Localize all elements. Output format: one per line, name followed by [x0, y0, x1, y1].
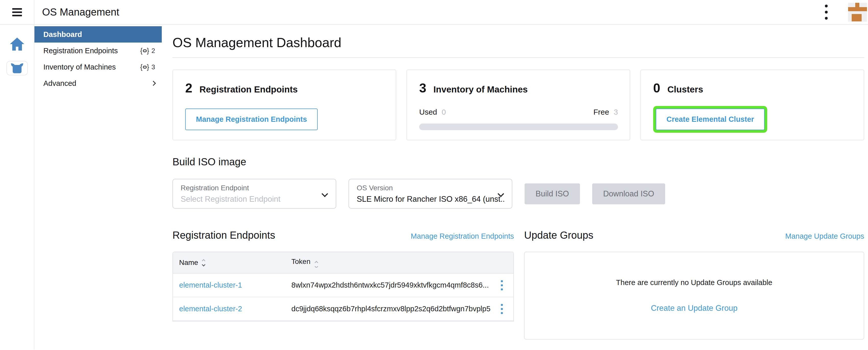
update-groups-panel: There are currently no Update Groups ava…	[524, 252, 864, 340]
card-count: 3	[419, 81, 426, 96]
build-iso-section: Build ISO image Registration Endpoint Se…	[173, 156, 864, 209]
elemental-bull-icon	[10, 63, 24, 74]
divider	[173, 57, 864, 58]
sidebar-item-registration-endpoints[interactable]: Registration Endpoints 2	[34, 42, 162, 59]
used-label: Used	[419, 108, 437, 116]
endpoint-token: dc9jjdq68ksqqz6b7rhpl4sfcrzmxv8lpp2s2q6d…	[291, 305, 490, 313]
column-header-name: Name	[179, 258, 198, 267]
top-bar: OS Management	[0, 0, 868, 25]
main-content: OS Management Dashboard 2 Registration E…	[162, 25, 868, 349]
column-header-token: Token	[291, 257, 311, 266]
card-title: Registration Endpoints	[199, 84, 298, 95]
registration-endpoint-select[interactable]: Registration Endpoint Select Registratio…	[173, 179, 336, 209]
usage-progress-bar	[419, 124, 618, 130]
chevron-right-icon	[151, 81, 156, 86]
build-iso-title: Build ISO image	[173, 156, 864, 168]
sidebar-item-label: Inventory of Machines	[43, 63, 116, 71]
os-version-select[interactable]: OS Version SLE Micro for Rancher ISO x86…	[348, 179, 512, 209]
app-title: OS Management	[42, 6, 119, 18]
update-groups-empty-text: There are currently no Update Groups ava…	[616, 278, 772, 287]
sidebar-item-label: Advanced	[43, 79, 76, 88]
registration-endpoints-section: Registration Endpoints Manage Registrati…	[173, 230, 514, 340]
free-label: Free	[593, 108, 609, 116]
update-groups-section: Update Groups Manage Update Groups There…	[524, 230, 864, 340]
brand-logo[interactable]	[848, 3, 867, 22]
endpoint-token: 8wlxn74wpx2hdsth6ntwxkc57jdr5949xktvfkgc…	[291, 281, 490, 289]
card-count: 0	[653, 81, 660, 96]
endpoint-name-link[interactable]: elemental-cluster-1	[179, 281, 242, 289]
manage-update-groups-link[interactable]: Manage Update Groups	[785, 232, 864, 241]
used-value: 0	[442, 108, 446, 116]
os-management-extension-button[interactable]	[6, 61, 28, 75]
registration-endpoints-card: 2 Registration Endpoints Manage Registra…	[173, 70, 396, 140]
registration-endpoints-title: Registration Endpoints	[173, 230, 275, 241]
manage-registration-endpoints-link[interactable]: Manage Registration Endpoints	[411, 232, 514, 241]
table-header: Name Token	[173, 252, 513, 274]
count-icon	[140, 63, 149, 71]
count-badge: 2	[140, 47, 155, 55]
create-update-group-link[interactable]: Create an Update Group	[651, 304, 738, 313]
hamburger-menu-button[interactable]	[0, 0, 34, 24]
summary-cards: 2 Registration Endpoints Manage Registra…	[173, 70, 864, 140]
build-iso-button[interactable]: Build ISO	[525, 183, 580, 204]
home-icon[interactable]	[9, 37, 25, 52]
card-title: Clusters	[668, 84, 703, 95]
kebab-menu-icon[interactable]	[821, 2, 831, 22]
row-actions-kebab-icon[interactable]	[499, 302, 505, 316]
sidebar-item-label: Registration Endpoints	[43, 47, 118, 55]
icon-rail	[0, 25, 34, 349]
machine-usage: Used0 Free3	[419, 108, 618, 130]
sort-icon[interactable]	[202, 259, 205, 266]
download-iso-button[interactable]: Download ISO	[592, 183, 665, 204]
table-row: elemental-cluster-2 dc9jjdq68ksqqz6b7rhp…	[173, 297, 513, 321]
page-title: OS Management Dashboard	[173, 35, 864, 50]
clusters-card: 0 Clusters Create Elemental Cluster	[641, 70, 864, 140]
endpoint-name-link[interactable]: elemental-cluster-2	[179, 305, 242, 313]
select-value: SLE Micro for Rancher ISO x86_64 (unst..…	[357, 195, 504, 204]
sidebar: Dashboard Registration Endpoints 2 Inven…	[34, 25, 162, 349]
card-title: Inventory of Machines	[433, 84, 528, 95]
registration-endpoints-table: Name Token elemental-cluster-1 8wlxn74wp…	[173, 252, 514, 321]
row-actions-kebab-icon[interactable]	[499, 278, 505, 292]
select-placeholder: Select Registration Endpoint	[181, 195, 328, 204]
hamburger-menu-icon	[12, 8, 22, 16]
count-badge: 3	[140, 63, 155, 71]
free-value: 3	[614, 108, 618, 116]
sidebar-item-advanced[interactable]: Advanced	[34, 75, 162, 92]
select-label: Registration Endpoint	[181, 184, 328, 192]
count-icon	[140, 47, 149, 55]
create-elemental-cluster-button[interactable]: Create Elemental Cluster	[656, 108, 765, 130]
card-count: 2	[185, 81, 192, 96]
sidebar-item-inventory-of-machines[interactable]: Inventory of Machines 3	[34, 59, 162, 75]
sidebar-item-label: Dashboard	[43, 30, 82, 39]
manage-registration-endpoints-button[interactable]: Manage Registration Endpoints	[185, 108, 318, 130]
select-label: OS Version	[357, 184, 504, 192]
inventory-of-machines-card: 3 Inventory of Machines Used0 Free3	[406, 70, 630, 140]
sort-icon[interactable]	[315, 261, 318, 268]
sidebar-item-dashboard[interactable]: Dashboard	[34, 26, 162, 42]
update-groups-title: Update Groups	[524, 230, 593, 241]
table-row: elemental-cluster-1 8wlxn74wpx2hdsth6ntw…	[173, 274, 513, 297]
